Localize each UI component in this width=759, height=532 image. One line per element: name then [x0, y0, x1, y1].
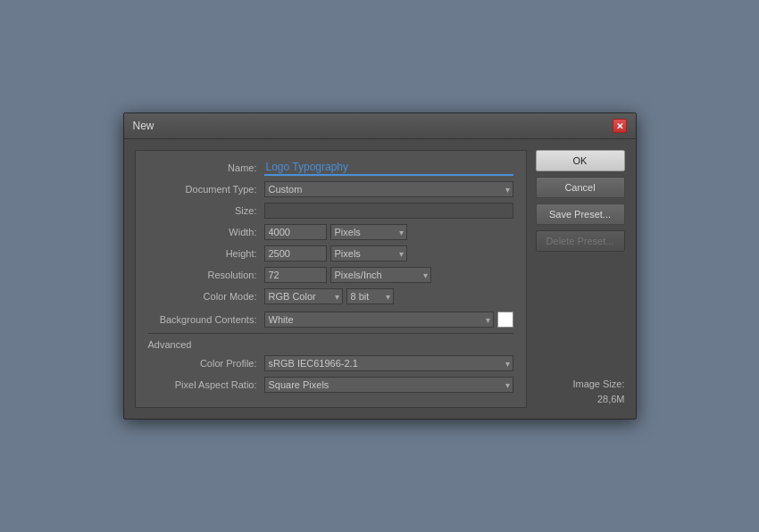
pixel-aspect-ratio-select[interactable]: Square Pixels: [264, 377, 513, 393]
height-unit-select[interactable]: Pixels Inches Centimeters: [330, 245, 407, 262]
height-label: Height:: [148, 248, 264, 259]
resolution-row: Resolution: Pixels/Inch Pixels/Centimete…: [148, 267, 513, 283]
background-contents-label: Background Contents:: [148, 314, 264, 325]
width-unit-wrapper: Pixels Inches Centimeters: [330, 224, 407, 240]
bit-depth-wrapper: 8 bit 16 bit 32 bit: [346, 288, 394, 304]
size-input: [264, 203, 513, 219]
bit-depth-select[interactable]: 8 bit 16 bit 32 bit: [346, 288, 394, 304]
ok-button[interactable]: OK: [536, 150, 625, 171]
dialog-title: New: [133, 120, 154, 132]
color-profile-wrapper: sRGB IEC61966-2.1: [264, 355, 513, 371]
height-input[interactable]: [264, 245, 327, 262]
resolution-input[interactable]: [264, 267, 327, 283]
color-mode-select[interactable]: RGB Color CMYK Color Grayscale: [264, 288, 343, 304]
color-profile-select[interactable]: sRGB IEC61966-2.1: [264, 355, 513, 371]
size-row: Size:: [148, 203, 513, 219]
image-size-value: 28,6M: [536, 392, 625, 408]
resolution-input-group: Pixels/Inch Pixels/Centimeter: [264, 267, 513, 283]
color-mode-input-group: RGB Color CMYK Color Grayscale 8 bit 16 …: [264, 288, 513, 304]
height-unit-wrapper: Pixels Inches Centimeters: [330, 245, 407, 262]
close-button[interactable]: ✕: [613, 119, 627, 133]
width-label: Width:: [148, 227, 264, 237]
image-size-label: Image Size:: [536, 377, 625, 393]
background-contents-wrapper: White Background Color Transparent: [264, 312, 494, 328]
width-input-group: Pixels Inches Centimeters: [264, 224, 513, 240]
document-type-row: Document Type: Custom: [148, 181, 513, 197]
resolution-unit-select[interactable]: Pixels/Inch Pixels/Centimeter: [330, 267, 431, 283]
color-mode-wrapper: RGB Color CMYK Color Grayscale: [264, 288, 343, 304]
cancel-button[interactable]: Cancel: [536, 177, 625, 198]
width-row: Width: Pixels Inches Centimeters: [148, 224, 513, 240]
save-preset-button[interactable]: Save Preset...: [536, 204, 625, 225]
new-document-dialog: New ✕ Name: Document Type: Custom: [123, 112, 637, 420]
title-bar: New ✕: [124, 113, 636, 139]
form-section: Name: Document Type: Custom Size: Width:: [135, 150, 527, 408]
image-size-info: Image Size: 28,6M: [536, 359, 625, 408]
dialog-body: Name: Document Type: Custom Size: Width:: [124, 139, 636, 419]
document-type-select-wrapper: Custom: [264, 181, 513, 197]
buttons-section: OK Cancel Save Preset... Delete Preset..…: [536, 150, 625, 408]
width-unit-select[interactable]: Pixels Inches Centimeters: [330, 224, 407, 240]
advanced-section: Advanced Color Profile: sRGB IEC61966-2.…: [148, 333, 513, 393]
delete-preset-button: Delete Preset...: [536, 230, 625, 252]
resolution-unit-wrapper: Pixels/Inch Pixels/Centimeter: [330, 267, 431, 283]
height-input-group: Pixels Inches Centimeters: [264, 245, 513, 262]
name-input[interactable]: [264, 160, 513, 176]
document-type-select[interactable]: Custom: [264, 181, 513, 197]
background-contents-row: Background Contents: White Background Co…: [148, 312, 513, 328]
pixel-aspect-ratio-row: Pixel Aspect Ratio: Square Pixels: [148, 377, 513, 393]
background-contents-input-group: White Background Color Transparent: [264, 312, 513, 328]
document-type-label: Document Type:: [148, 184, 264, 195]
pixel-aspect-ratio-label: Pixel Aspect Ratio:: [148, 379, 264, 390]
advanced-label: Advanced: [148, 339, 513, 350]
resolution-label: Resolution:: [148, 270, 264, 280]
background-contents-select[interactable]: White Background Color Transparent: [264, 312, 494, 328]
width-input[interactable]: [264, 224, 327, 240]
color-mode-label: Color Mode:: [148, 291, 264, 302]
white-swatch[interactable]: [497, 312, 513, 328]
color-profile-row: Color Profile: sRGB IEC61966-2.1: [148, 355, 513, 371]
color-profile-label: Color Profile:: [148, 358, 264, 369]
size-label: Size:: [148, 205, 264, 216]
name-label: Name:: [148, 162, 264, 173]
color-mode-row: Color Mode: RGB Color CMYK Color Graysca…: [148, 288, 513, 304]
pixel-aspect-ratio-wrapper: Square Pixels: [264, 377, 513, 393]
divider: [148, 333, 513, 334]
height-row: Height: Pixels Inches Centimeters: [148, 245, 513, 262]
name-row: Name:: [148, 160, 513, 176]
